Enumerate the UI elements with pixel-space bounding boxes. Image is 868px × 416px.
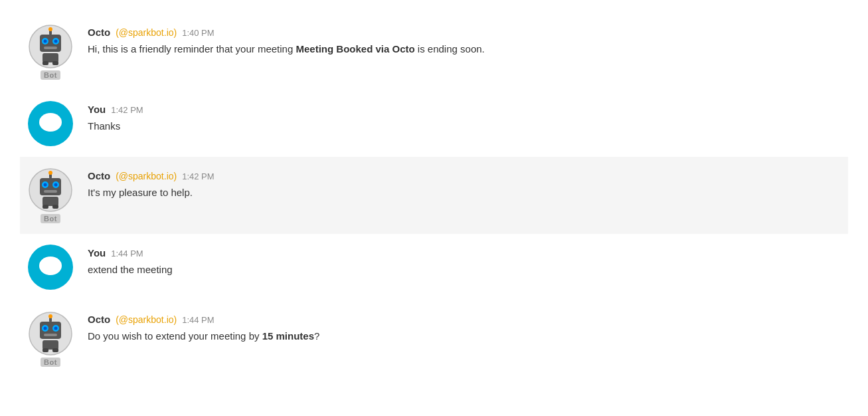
- avatar: [27, 101, 74, 146]
- message-text: extend the meeting: [88, 262, 841, 278]
- message-content: Octo (@sparkbot.io) 1:42 PM It's my plea…: [88, 167, 841, 201]
- sender-name: Octo: [88, 27, 110, 38]
- message-text: Thanks: [88, 119, 841, 134]
- svg-rect-10: [43, 61, 48, 65]
- svg-point-19: [54, 183, 58, 187]
- avatar: [27, 245, 74, 290]
- message-header: You 1:44 PM: [88, 247, 841, 259]
- svg-rect-11: [52, 61, 58, 65]
- bot-label: Bot: [41, 70, 60, 80]
- sender-handle: (@sparkbot.io): [116, 27, 177, 38]
- svg-rect-39: [52, 348, 58, 352]
- message-time: 1:40 PM: [182, 28, 214, 38]
- message-content: Octo (@sparkbot.io) 1:40 PM Hi, this is …: [88, 24, 841, 57]
- chat-container: Bot Octo (@sparkbot.io) 1:40 PM Hi, this…: [0, 0, 868, 391]
- message-row: You 1:42 PM Thanks: [20, 90, 848, 157]
- user-avatar-icon: [28, 245, 73, 290]
- message-header: Octo (@sparkbot.io) 1:44 PM: [88, 314, 841, 325]
- message-header: You 1:42 PM: [88, 104, 841, 115]
- sender-handle: (@sparkbot.io): [116, 171, 177, 181]
- avatar: Bot: [27, 167, 74, 223]
- svg-rect-25: [52, 205, 58, 209]
- sender-name: You: [88, 104, 106, 115]
- message-text: Do you wish to extend your meeting by 15…: [88, 329, 841, 344]
- message-header: Octo (@sparkbot.io) 1:40 PM: [88, 27, 841, 38]
- message-row: Bot Octo (@sparkbot.io) 1:44 PM Do you w…: [20, 300, 848, 377]
- avatar: Bot: [27, 24, 74, 80]
- user-avatar-icon: [28, 101, 73, 146]
- svg-point-5: [54, 40, 58, 43]
- sender-name: Octo: [88, 314, 110, 325]
- svg-point-36: [48, 314, 52, 318]
- bot-avatar-icon: [28, 167, 73, 213]
- svg-point-33: [54, 327, 58, 330]
- svg-rect-9: [43, 53, 58, 62]
- bot-avatar-icon: [28, 24, 73, 69]
- svg-rect-24: [43, 205, 48, 209]
- svg-rect-38: [43, 348, 48, 352]
- message-text: Hi, this is a friendly reminder that you…: [88, 42, 841, 57]
- message-header: Octo (@sparkbot.io) 1:42 PM: [88, 170, 841, 181]
- bot-label: Bot: [41, 358, 60, 367]
- bot-avatar-icon: [28, 311, 73, 356]
- message-row: You 1:44 PM extend the meeting: [20, 234, 848, 300]
- svg-rect-34: [44, 334, 57, 336]
- svg-point-26: [39, 257, 62, 275]
- sender-name: You: [88, 247, 106, 259]
- message-content: You 1:42 PM Thanks: [88, 101, 841, 134]
- svg-point-22: [48, 171, 52, 175]
- svg-rect-23: [43, 197, 58, 206]
- message-text: It's my pleasure to help.: [88, 185, 841, 201]
- message-time: 1:44 PM: [111, 249, 143, 259]
- message-row: Bot Octo (@sparkbot.io) 1:42 PM It's my …: [20, 157, 848, 234]
- svg-rect-20: [44, 190, 57, 193]
- message-row: Bot Octo (@sparkbot.io) 1:40 PM Hi, this…: [20, 13, 848, 90]
- message-time: 1:42 PM: [111, 105, 143, 115]
- svg-point-31: [44, 327, 47, 330]
- sender-handle: (@sparkbot.io): [116, 314, 177, 325]
- svg-rect-6: [44, 47, 57, 49]
- bot-label: Bot: [41, 214, 60, 223]
- svg-point-8: [48, 27, 52, 31]
- message-content: You 1:44 PM extend the meeting: [88, 245, 841, 278]
- svg-point-17: [44, 183, 47, 187]
- avatar: Bot: [27, 311, 74, 367]
- message-content: Octo (@sparkbot.io) 1:44 PM Do you wish …: [88, 311, 841, 344]
- message-time: 1:42 PM: [182, 171, 214, 181]
- svg-point-12: [39, 113, 62, 132]
- message-time: 1:44 PM: [182, 315, 214, 325]
- svg-point-3: [44, 40, 47, 43]
- svg-rect-37: [43, 340, 58, 350]
- sender-name: Octo: [88, 170, 110, 181]
